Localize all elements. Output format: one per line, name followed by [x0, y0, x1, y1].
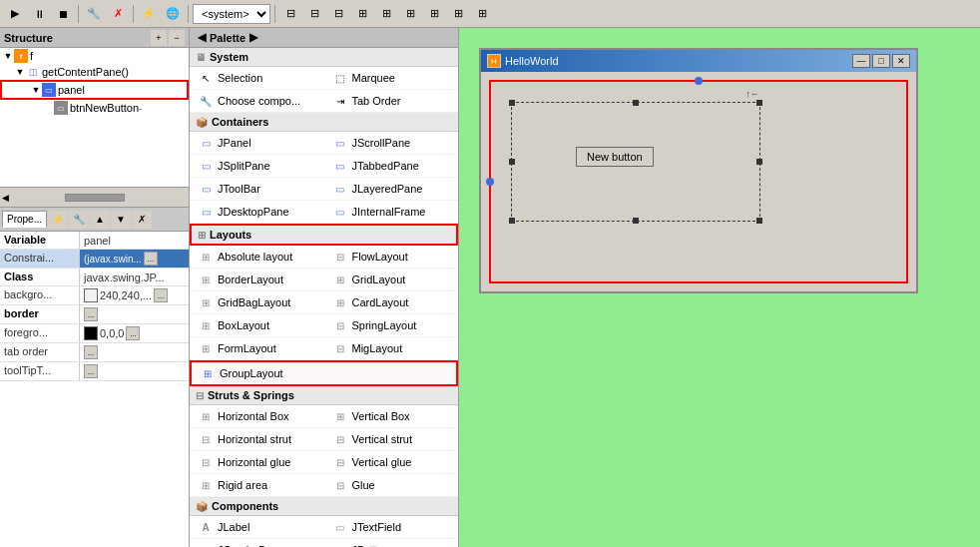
tree-item-btnNewButton[interactable]: ▭ btnNewButton -	[0, 100, 189, 116]
align-left-btn[interactable]: ⊟	[279, 3, 301, 25]
tree-item-getcontentpane[interactable]: ▼ ◫ getContentPane()	[0, 64, 189, 80]
resize-handle-tl[interactable]	[509, 100, 515, 106]
toolbar-btn-6[interactable]: ⚡	[138, 3, 160, 25]
toolbar-btn-4[interactable]: 🔧	[83, 3, 105, 25]
prop-value-class[interactable]: javax.swing.JP...	[80, 269, 189, 285]
hw-minimize-btn[interactable]: —	[852, 54, 870, 68]
palette-item-jdesktoppane[interactable]: ▭ JDesktopPane	[190, 201, 324, 224]
props-btn-events[interactable]: ⚡	[48, 211, 68, 229]
prop-value-constrain[interactable]: (javax.swin... ...	[80, 250, 189, 268]
prop-value-background[interactable]: 240,240,... ...	[80, 286, 189, 304]
props-btn-down[interactable]: ▼	[111, 211, 131, 229]
toolbar-btn-3[interactable]: ⏹	[52, 3, 74, 25]
palette-item-formlayout[interactable]: ⊞ FormLayout	[190, 337, 324, 360]
palette-item-boxlayout[interactable]: ⊞ BoxLayout	[190, 314, 324, 337]
props-btn-1[interactable]: 🔧	[69, 211, 89, 229]
toolbar-btn-2[interactable]: ⏸	[28, 3, 50, 25]
palette-item-vglue[interactable]: ⊟ Vertical glue	[324, 451, 459, 474]
palette-item-hstrut[interactable]: ⊟ Horizontal strut	[190, 428, 324, 451]
palette-item-jinternalframe[interactable]: ▭ JInternalFrame	[324, 201, 459, 224]
align-right-btn[interactable]: ⊟	[327, 3, 349, 25]
palette-item-grouplayout[interactable]: ⊞ GroupLayout	[190, 360, 458, 386]
align-center-btn[interactable]: ⊟	[303, 3, 325, 25]
distribute-h-btn[interactable]: ⊞	[399, 3, 421, 25]
palette-item-jscrollpane[interactable]: ▭ JScrollPane	[324, 132, 459, 155]
jdesktoppane-label: JDesktopPane	[218, 206, 289, 218]
palette-item-taborder[interactable]: ⇥ Tab Order	[324, 90, 459, 113]
resize-handle-br[interactable]	[756, 218, 762, 224]
struct-add-btn[interactable]: +	[151, 30, 167, 46]
border-btn[interactable]: ...	[84, 307, 98, 321]
same-height-btn[interactable]: ⊞	[471, 3, 493, 25]
tree-item-panel[interactable]: ▼ ▭ panel	[0, 80, 189, 100]
tooltip-btn[interactable]: ...	[84, 364, 98, 378]
foreground-btn[interactable]: ...	[126, 326, 140, 340]
palette-item-jlayeredpane[interactable]: ▭ JLayeredPane	[324, 178, 459, 201]
palette-item-jsplitpane[interactable]: ▭ JSplitPane	[190, 155, 324, 178]
align-top-btn[interactable]: ⊞	[351, 3, 373, 25]
palette-item-selection[interactable]: ↖ Selection	[190, 67, 324, 90]
toolbar-btn-5[interactable]: ✗	[107, 3, 129, 25]
palette-item-glue[interactable]: ⊟ Glue	[324, 474, 459, 497]
background-btn[interactable]: ...	[154, 288, 168, 302]
palette-item-jbutton[interactable]: ▭ JButton	[324, 539, 459, 547]
prop-label-constrain: Constrai...	[0, 250, 80, 268]
jinternalframe-label: JInternalFrame	[352, 206, 426, 218]
flowlayout-icon: ⊟	[332, 249, 348, 265]
toolbar-btn-1[interactable]: ▶	[4, 3, 26, 25]
palette-item-jpanel[interactable]: ▭ JPanel	[190, 132, 324, 155]
palette-item-rigid[interactable]: ⊞ Rigid area	[190, 474, 324, 497]
props-btn-up[interactable]: ▲	[90, 211, 110, 229]
taborder-btn[interactable]: ...	[84, 345, 98, 359]
prop-value-taborder[interactable]: ...	[80, 343, 189, 361]
palette-item-springlayout[interactable]: ⊟ SpringLayout	[324, 314, 459, 337]
prop-value-border[interactable]: ...	[80, 305, 189, 323]
palette-item-jcombobox[interactable]: ▭ JComboBox	[190, 539, 324, 547]
constrain-btn[interactable]: ...	[144, 252, 158, 266]
palette-item-marquee[interactable]: ⬚ Marquee	[324, 67, 459, 90]
same-width-btn[interactable]: ⊞	[447, 3, 469, 25]
palette-item-jtabbedpane[interactable]: ▭ JTabbedPane	[324, 155, 459, 178]
toolbar-btn-7[interactable]: 🌐	[162, 3, 184, 25]
tree-item-f[interactable]: ▼ f f	[0, 48, 189, 64]
palette-item-miglayout[interactable]: ⊟ MigLayout	[324, 337, 459, 360]
resize-handle-tc[interactable]	[633, 100, 639, 106]
palette-item-absolute[interactable]: ⊞ Absolute layout	[190, 246, 324, 269]
palette-item-cardlayout[interactable]: ⊞ CardLayout	[324, 291, 459, 314]
tab-properties[interactable]: Prope...	[2, 211, 47, 228]
props-btn-close[interactable]: ✗	[132, 211, 152, 229]
palette-item-jlabel[interactable]: A JLabel	[190, 516, 324, 539]
hw-new-button[interactable]: New button	[576, 147, 654, 167]
resize-handle-mr[interactable]	[756, 159, 762, 165]
hw-maximize-btn[interactable]: □	[872, 54, 890, 68]
prop-value-variable[interactable]: panel	[80, 232, 189, 249]
palette-item-hbox[interactable]: ⊞ Horizontal Box	[190, 405, 324, 428]
palette-back-arrow[interactable]: ◀	[198, 31, 206, 44]
canvas-area[interactable]: H HelloWorld — □ ✕	[459, 28, 980, 547]
system-dropdown[interactable]: <system>	[193, 4, 270, 24]
palette-panel: ◀ Palette ▶ 🖥 System ↖ Selection ⬚ Marqu…	[190, 28, 459, 547]
palette-item-vstrut[interactable]: ⊟ Vertical strut	[324, 428, 459, 451]
palette-item-choose[interactable]: 🔧 Choose compo...	[190, 90, 324, 113]
prop-value-foreground[interactable]: 0,0,0 ...	[80, 324, 189, 342]
resize-handle-bl[interactable]	[509, 218, 515, 224]
palette-item-vbox[interactable]: ⊞ Vertical Box	[324, 405, 459, 428]
palette-item-jtoolbar[interactable]: ▭ JToolBar	[190, 178, 324, 201]
struct-remove-btn[interactable]: −	[169, 30, 185, 46]
palette-item-hglue[interactable]: ⊟ Horizontal glue	[190, 451, 324, 474]
distribute-v-btn[interactable]: ⊞	[423, 3, 445, 25]
palette-forward-arrow[interactable]: ▶	[249, 31, 257, 44]
palette-item-jtextfield[interactable]: ▭ JTextField	[324, 516, 459, 539]
hw-close-btn[interactable]: ✕	[892, 54, 910, 68]
resize-handle-ml[interactable]	[509, 159, 515, 165]
prop-value-tooltip[interactable]: ...	[80, 362, 189, 380]
resize-handle-tr[interactable]	[756, 100, 762, 106]
palette-item-borderlayout[interactable]: ⊞ BorderLayout	[190, 269, 324, 291]
palette-item-gridlayout[interactable]: ⊞ GridLayout	[324, 269, 459, 291]
resize-handle-bc[interactable]	[633, 218, 639, 224]
palette-item-flowlayout[interactable]: ⊟ FlowLayout	[324, 246, 459, 269]
align-bottom-btn[interactable]: ⊞	[375, 3, 397, 25]
palette-item-gridbaglayout[interactable]: ⊞ GridBagLayout	[190, 291, 324, 314]
grouplayout-icon: ⊞	[200, 365, 216, 381]
tree-scrollbar[interactable]: ◀	[0, 188, 189, 208]
